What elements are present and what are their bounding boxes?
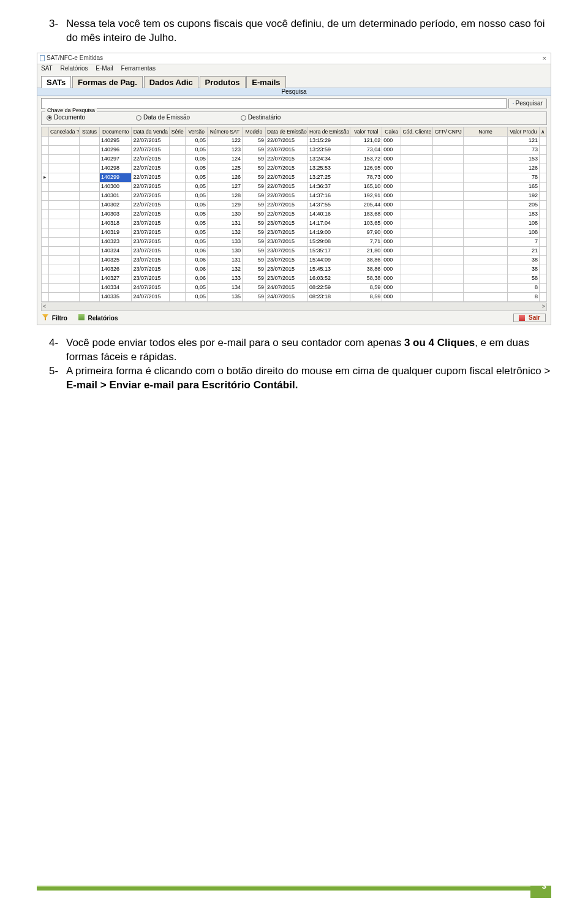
step-3: 3- Nessa tela você tem os cupons fiscais… (37, 17, 551, 45)
menubar: SAT Relatórios E-Mail Ferramentas (37, 64, 551, 73)
tab-emails[interactable]: E-mails (246, 76, 285, 88)
table-row[interactable]: 14033524/07/20150,051355924/07/201508:23… (42, 292, 547, 301)
grid-col-header[interactable]: Data da Venda (132, 127, 170, 136)
step-3-text: Nessa tela você tem os cupons fiscais qu… (66, 18, 545, 43)
radio-destinatario[interactable]: Destinatário (241, 114, 281, 121)
table-row[interactable]: 14029522/07/20150,051225922/07/201513:15… (42, 136, 547, 145)
table-row[interactable]: 14032723/07/20150,061335923/07/201516:03… (42, 274, 547, 283)
grid-col-header[interactable]: Modelo (243, 127, 266, 136)
grid-col-header[interactable]: ∧ (539, 127, 546, 136)
grid-col-header[interactable]: Série (170, 127, 186, 136)
search-key-group: Chave da Pesquisa Documento Data de Emis… (41, 111, 547, 125)
step-4-text-a: Você pode enviar todos eles por e-mail p… (66, 337, 404, 348)
grid-col-header[interactable]: Valor Total (350, 127, 382, 136)
tabs: SATs Formas de Pag. Dados Adic Produtos … (37, 73, 551, 88)
data-grid[interactable]: Cancelada ?StatusDocumentoData da VendaS… (41, 127, 547, 302)
tab-produtos[interactable]: Produtos (200, 76, 246, 88)
report-icon (78, 314, 85, 320)
grid-col-header[interactable]: Data de Emissão (266, 127, 308, 136)
table-row[interactable]: 14029622/07/20150,051235922/07/201513:23… (42, 145, 547, 154)
relatorios-button[interactable]: Relatórios (78, 314, 118, 322)
scroll-left-icon[interactable]: < (43, 304, 46, 309)
close-icon[interactable]: × (541, 55, 548, 62)
grid-header-row: Cancelada ?StatusDocumentoData da VendaS… (42, 127, 547, 136)
window-title: SAT/NFC-e Emitidas (47, 55, 541, 61)
pesquisar-button[interactable]: Pesquisar (508, 99, 547, 108)
step-4-strong: 3 ou 4 Cliques (404, 337, 475, 348)
filtro-button[interactable]: Filtro (42, 314, 67, 322)
step-5-num: 5- (49, 364, 58, 379)
scroll-right-icon[interactable]: > (542, 304, 545, 309)
radio-icon (136, 115, 141, 121)
step-5-strong: E-mail > Enviar e-mail para Escritório C… (66, 379, 298, 391)
pesquisar-label: Pesquisar (516, 100, 543, 107)
radio-documento[interactable]: Documento (47, 114, 85, 121)
horizontal-scrollbar[interactable]: < > (41, 303, 547, 311)
search-input[interactable] (41, 98, 507, 109)
grid-col-header[interactable]: Valor Produ (507, 127, 539, 136)
titlebar[interactable]: SAT/NFC-e Emitidas × (37, 53, 551, 64)
menu-ferramentas[interactable]: Ferramentas (121, 65, 156, 72)
table-row[interactable]: 14030222/07/20150,051295922/07/201514:37… (42, 200, 547, 209)
table-row[interactable]: 14030022/07/20150,051275922/07/201514:36… (42, 182, 547, 191)
table-row[interactable]: 14032323/07/20150,051335923/07/201515:29… (42, 237, 547, 246)
bottom-bar: Filtro Relatórios Sair (37, 312, 551, 325)
menu-sat[interactable]: SAT (41, 65, 53, 72)
grid-col-header[interactable]: CFP/ CNPJ (433, 127, 464, 136)
sair-button[interactable]: Sair (513, 314, 546, 322)
tab-formas-pag[interactable]: Formas de Pag. (72, 76, 143, 88)
grid-col-header[interactable]: Número SAT (207, 127, 242, 136)
app-window: SAT/NFC-e Emitidas × SAT Relatórios E-Ma… (37, 53, 551, 325)
step-3-num: 3- (49, 17, 58, 31)
grid-col-header[interactable]: Versão (186, 127, 208, 136)
table-row[interactable]: ▸14029922/07/20150,051265922/07/201513:2… (42, 173, 547, 182)
grid-col-header[interactable]: Documento (100, 127, 132, 136)
step-4-num: 4- (49, 336, 58, 350)
step-5-text-a: A primeira forma é clicando com o botão … (66, 365, 550, 377)
step-4: 4- Você pode enviar todos eles por e-mai… (37, 336, 551, 364)
table-row[interactable]: 14030122/07/20150,051285922/07/201514:37… (42, 191, 547, 200)
menu-email[interactable]: E-Mail (96, 65, 113, 72)
radio-icon (241, 115, 246, 121)
table-row[interactable]: 14030322/07/20150,051305922/07/201514:40… (42, 209, 547, 219)
exit-icon (519, 315, 525, 321)
grid-col-header[interactable] (42, 127, 49, 136)
table-row[interactable]: 14032523/07/20150,061315923/07/201515:44… (42, 255, 547, 265)
search-section-label: Pesquisa (37, 88, 551, 96)
grid-col-header[interactable]: Cancelada ? (48, 127, 79, 136)
search-icon (513, 103, 514, 104)
window-icon (40, 55, 45, 61)
tab-dados-adic[interactable]: Dados Adic (144, 76, 198, 88)
radio-icon (47, 115, 52, 121)
tab-sats[interactable]: SATs (41, 76, 71, 88)
menu-relatorios[interactable]: Relatórios (61, 65, 88, 72)
table-row[interactable]: 14029822/07/20150,051255922/07/201513:25… (42, 164, 547, 173)
grid-col-header[interactable]: Caixa (382, 127, 401, 136)
table-row[interactable]: 14029722/07/20150,051245922/07/201513:24… (42, 154, 547, 164)
grid-col-header[interactable]: Nome (464, 127, 507, 136)
radio-data-emissao[interactable]: Data de Emissão (136, 114, 190, 121)
table-row[interactable]: 14031923/07/20150,051325923/07/201514:19… (42, 228, 547, 237)
grid-col-header[interactable]: Status (79, 127, 99, 136)
filter-icon (42, 314, 48, 320)
step-5: 5- A primeira forma é clicando com o bot… (37, 364, 551, 393)
grid-col-header[interactable]: Hora de Emissão (308, 127, 350, 136)
table-row[interactable]: 14032623/07/20150,061325923/07/201515:45… (42, 265, 547, 274)
search-row: Pesquisar (37, 96, 551, 110)
table-row[interactable]: 14033424/07/20150,051345924/07/201508:22… (42, 283, 547, 292)
grid-col-header[interactable]: Cód. Cliente (401, 127, 433, 136)
search-key-legend: Chave da Pesquisa (45, 108, 97, 113)
table-row[interactable]: 14031823/07/20150,051315923/07/201514:17… (42, 219, 547, 228)
table-row[interactable]: 14032423/07/20150,061305923/07/201515:35… (42, 246, 547, 255)
